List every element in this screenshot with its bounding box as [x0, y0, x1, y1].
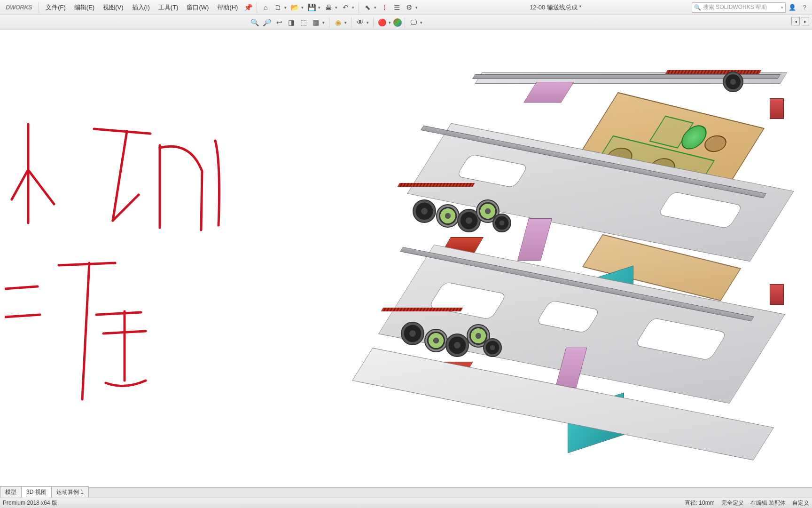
- graphics-viewport[interactable]: [0, 30, 812, 487]
- tab-3dview[interactable]: 3D 视图: [21, 486, 52, 498]
- dropdown-icon[interactable]: ▾: [781, 5, 783, 10]
- save-icon[interactable]: 💾: [306, 2, 317, 13]
- statusbar: Premium 2018 x64 版 直径: 10mm 完全定义 在编辑 装配体…: [0, 498, 812, 508]
- section-view-icon[interactable]: ◨: [286, 17, 297, 28]
- view-scene-icon[interactable]: 👁: [354, 17, 366, 28]
- status-context: 在编辑 装配体: [750, 499, 786, 507]
- previous-view-icon[interactable]: ↩: [273, 17, 285, 28]
- tab-motion[interactable]: 运动算例 1: [51, 486, 89, 498]
- undo-icon[interactable]: ↶: [340, 2, 351, 13]
- document-title: 12-00 输送线总成 *: [420, 3, 691, 12]
- status-radius: 直径: 10mm: [685, 499, 715, 507]
- menu-insert[interactable]: 插入(I): [128, 1, 154, 14]
- search-placeholder: 搜索 SOLIDWORKS 帮助: [703, 3, 767, 11]
- list-icon[interactable]: ☰: [391, 2, 402, 13]
- dropdown-icon[interactable]: ▾: [301, 5, 305, 10]
- new-icon[interactable]: 🗋: [272, 2, 283, 13]
- model-tabs: 模型 3D 视图 运动算例 1: [0, 487, 812, 498]
- dropdown-icon[interactable]: ▾: [389, 20, 392, 25]
- dropdown-icon[interactable]: ▾: [335, 5, 339, 10]
- dropdown-icon[interactable]: ▾: [367, 20, 370, 25]
- user-icon[interactable]: 👤: [787, 2, 798, 13]
- hide-show-icon[interactable]: ◉: [332, 17, 344, 28]
- menu-edit[interactable]: 编辑(E): [70, 1, 98, 14]
- menu-help[interactable]: 帮助(H): [213, 1, 242, 14]
- dropdown-icon[interactable]: ▾: [420, 20, 424, 25]
- dropdown-icon[interactable]: ▾: [284, 5, 288, 10]
- status-define: 完全定义: [721, 499, 744, 507]
- dropdown-icon[interactable]: ▾: [344, 20, 348, 25]
- dropdown-icon[interactable]: ▾: [374, 5, 378, 10]
- annotation-overlay: [5, 119, 226, 406]
- separator: [405, 17, 405, 28]
- open-icon[interactable]: 📂: [289, 2, 300, 13]
- cad-model-view: [356, 68, 807, 453]
- select-icon[interactable]: ⬉: [362, 2, 373, 13]
- display-style-icon[interactable]: ▦: [310, 17, 321, 28]
- menu-window[interactable]: 窗口(W): [183, 1, 212, 14]
- appearance-icon[interactable]: 🔴: [376, 17, 388, 28]
- menu-file[interactable]: 文件(F): [42, 1, 70, 14]
- view-toolbar: 🔍 🔎 ↩ ◨ ⬚ ▦▾ ◉▾ 👁▾ 🔴▾ 🖵▾: [0, 15, 812, 30]
- zoom-fit-icon[interactable]: 🔍: [249, 17, 260, 28]
- dropdown-icon[interactable]: ▾: [415, 5, 419, 10]
- pushpin-icon[interactable]: 📌: [242, 2, 254, 13]
- separator: [257, 2, 257, 13]
- tab-model[interactable]: 模型: [0, 486, 22, 498]
- help-search[interactable]: 🔍 搜索 SOLIDWORKS 帮助 ▾: [692, 2, 786, 13]
- separator: [39, 2, 39, 13]
- status-custom[interactable]: 自定义: [792, 499, 809, 507]
- print-icon[interactable]: 🖶: [323, 2, 334, 13]
- app-logo: DWORKS: [2, 4, 36, 11]
- separator: [329, 17, 329, 28]
- main-menubar: DWORKS 文件(F) 编辑(E) 视图(V) 插入(I) 工具(T) 窗口(…: [0, 0, 812, 15]
- viewport-nav: ◂ ▸: [791, 17, 809, 25]
- separator: [373, 17, 374, 28]
- menu-view[interactable]: 视图(V): [99, 1, 127, 14]
- separator: [359, 2, 359, 13]
- nav-prev-icon[interactable]: ◂: [791, 17, 800, 25]
- nav-next-icon[interactable]: ▸: [801, 17, 809, 25]
- home-icon[interactable]: ⌂: [260, 2, 271, 13]
- menu-tools[interactable]: 工具(T): [155, 1, 182, 14]
- dropdown-icon[interactable]: ▾: [318, 5, 322, 10]
- render-icon[interactable]: 🖵: [408, 17, 419, 28]
- settings-icon[interactable]: ⚙: [403, 2, 414, 13]
- traffic-icon[interactable]: ⁞: [379, 2, 390, 13]
- status-version: Premium 2018 x64 版: [3, 499, 685, 507]
- help-icon[interactable]: ?: [799, 2, 810, 13]
- dropdown-icon[interactable]: ▾: [352, 5, 356, 10]
- zoom-area-icon[interactable]: 🔎: [261, 17, 273, 28]
- scene-icon[interactable]: [393, 18, 402, 27]
- dropdown-icon[interactable]: ▾: [322, 20, 326, 25]
- search-icon: 🔍: [694, 4, 701, 11]
- separator: [351, 17, 351, 28]
- orientation-icon[interactable]: ⬚: [298, 17, 309, 28]
